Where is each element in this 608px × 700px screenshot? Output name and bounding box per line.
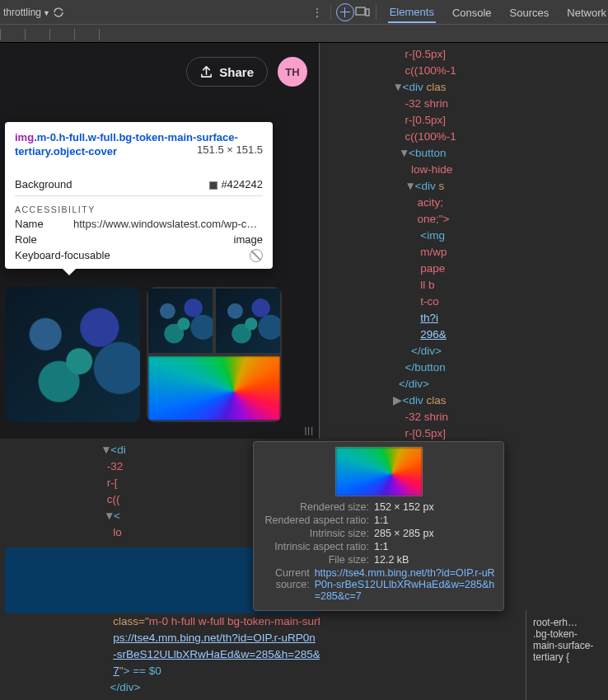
- styles-panel[interactable]: root-erh… .bg-token-main-surface-tertiar…: [526, 610, 608, 700]
- tab-network[interactable]: Network: [565, 2, 608, 22]
- rendered-size-value: 152 × 152 px: [374, 501, 434, 513]
- share-label: Share: [219, 65, 254, 79]
- intrinsic-ratio-value: 1:1: [374, 541, 388, 552]
- inspect-element-icon[interactable]: [336, 3, 354, 21]
- source-label: Current source:: [262, 567, 310, 602]
- intrinsic-size-label: Intrinsic size:: [262, 528, 369, 539]
- devtools-toolbar: throttling▼ ⋮ Elements Console Sources N…: [0, 0, 608, 25]
- role-label: Role: [15, 233, 37, 246]
- bg-label: Background: [15, 178, 72, 190]
- divider: [376, 4, 376, 21]
- tab-sources[interactable]: Sources: [508, 2, 551, 22]
- rendered-ratio-value: 1:1: [374, 514, 388, 526]
- name-label: Name: [15, 218, 44, 230]
- kebab-menu-icon[interactable]: ⋮: [309, 4, 325, 21]
- tooltip-dimensions: 151.5 × 151.5: [197, 143, 263, 156]
- image-thumb-2[interactable]: [147, 287, 282, 422]
- bg-value: #424242: [209, 178, 263, 190]
- avatar[interactable]: TH: [278, 57, 307, 87]
- a11y-heading: ACCESSIBILITY: [15, 204, 263, 214]
- keyboard-focusable-label: Keyboard-focusable: [15, 249, 110, 262]
- tooltip-tag: img: [15, 131, 34, 143]
- css-rule: root-erh… .bg-token-main-surface-tertiar…: [533, 617, 601, 663]
- not-focusable-icon: [250, 249, 263, 262]
- share-button[interactable]: Share: [186, 57, 268, 87]
- rendered-size-label: Rendered size:: [262, 501, 369, 513]
- role-value: image: [234, 233, 263, 246]
- intrinsic-size-value: 285 × 285 px: [374, 528, 434, 539]
- divider: [330, 4, 331, 21]
- image-info-popup: Rendered size:152 × 152 px Rendered aspe…: [253, 441, 504, 611]
- svg-rect-0: [356, 7, 365, 15]
- ruler-bar: [0, 25, 608, 43]
- image-thumb-1[interactable]: [5, 287, 140, 422]
- source-url[interactable]: https://tse4.mm.bing.net/th?id=OIP.r-uRP…: [315, 567, 495, 602]
- tab-console[interactable]: Console: [451, 2, 493, 22]
- rotate-icon[interactable]: [50, 4, 67, 21]
- rendered-ratio-label: Rendered aspect ratio:: [262, 514, 369, 526]
- intrinsic-ratio-label: Intrinsic aspect ratio:: [262, 541, 369, 552]
- svg-rect-1: [366, 9, 369, 16]
- filesize-label: File size:: [262, 554, 369, 566]
- tab-elements[interactable]: Elements: [388, 1, 436, 23]
- upload-icon: [200, 66, 213, 78]
- name-value: https://www.windowslatest.com/wp-co…: [73, 218, 263, 230]
- filesize-value: 12.2 kB: [374, 554, 409, 566]
- device-toggle-icon[interactable]: [354, 4, 371, 21]
- element-hover-tooltip: img.m-0.h-full.w-full.bg-token-main-surf…: [5, 122, 273, 269]
- resize-handle[interactable]: |||: [304, 425, 314, 435]
- throttling-dropdown[interactable]: throttling▼: [3, 7, 50, 18]
